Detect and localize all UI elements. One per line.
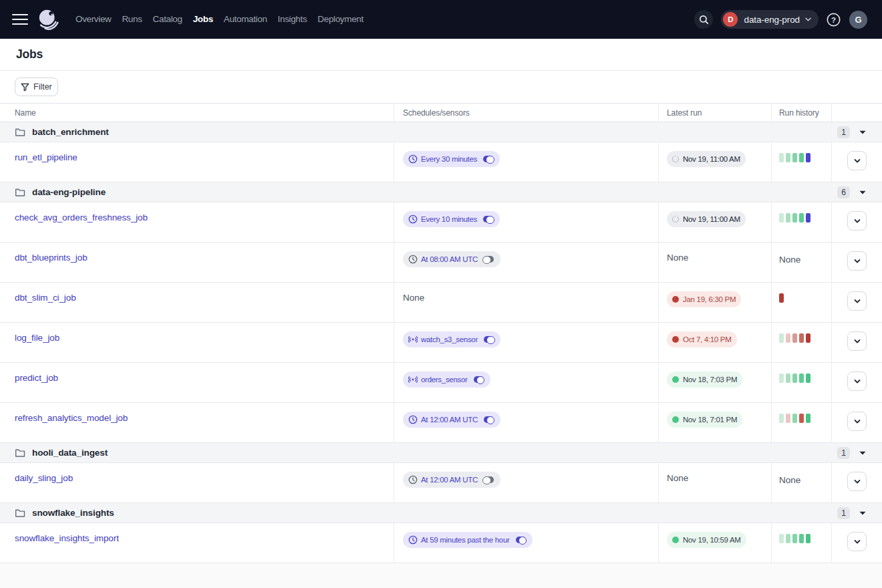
page-title: Jobs bbox=[0, 39, 882, 71]
group-batch_enrichment[interactable]: batch_enrichment 1 bbox=[0, 122, 882, 142]
job-daily_sling_job: daily_sling_job At 12:00 AM UTC None Non… bbox=[0, 463, 882, 503]
jobs-table: Name Schedules/sensors Latest run Run hi… bbox=[0, 103, 882, 563]
user-avatar[interactable]: G bbox=[849, 11, 867, 29]
nav-logo bbox=[37, 9, 59, 30]
group-data-eng-pipeline[interactable]: data-eng-pipeline 6 bbox=[0, 182, 882, 202]
group-hooli_data_ingest[interactable]: hooli_data_ingest 1 bbox=[0, 443, 882, 463]
nav-insights[interactable]: Insights bbox=[273, 0, 313, 39]
nav-automation[interactable]: Automation bbox=[218, 0, 273, 39]
nav-deployment[interactable]: Deployment bbox=[312, 0, 369, 39]
nav-right: D data-eng-prod ? G bbox=[694, 10, 867, 29]
job-check_avg_orders_freshness_job: check_avg_orders_freshness_job Every 10 … bbox=[0, 202, 882, 243]
nav-help[interactable]: ? bbox=[826, 12, 841, 27]
nav-search[interactable] bbox=[694, 10, 713, 29]
svg-text:?: ? bbox=[831, 15, 835, 23]
filter-bar: Filter bbox=[0, 71, 882, 103]
filter-button[interactable]: Filter bbox=[15, 78, 58, 96]
job-predict_job: predict_job orders_sensor Nov 18, 7:03 P… bbox=[0, 363, 882, 403]
table-header: Name Schedules/sensors Latest run Run hi… bbox=[0, 104, 882, 122]
nav-menu[interactable] bbox=[12, 11, 28, 27]
job-refresh_analytics_model_job: refresh_analytics_model_job At 12:00 AM … bbox=[0, 403, 882, 443]
nav-runs[interactable]: Runs bbox=[116, 0, 147, 39]
job-dbt_blueprints_job: dbt_blueprints_job At 08:00 AM UTC None … bbox=[0, 243, 882, 283]
job-log_file_job: log_file_job watch_s3_sensor Oct 7, 4:10… bbox=[0, 323, 882, 363]
nav-links: Overview Runs Catalog Jobs Automation In… bbox=[70, 0, 369, 39]
job-snowflake_insights_import: snowflake_insights_import At 59 minutes … bbox=[0, 523, 882, 563]
nav-overview[interactable]: Overview bbox=[70, 0, 116, 39]
group-snowflake_insights[interactable]: snowflake_insights 1 bbox=[0, 503, 882, 523]
nav-catalog[interactable]: Catalog bbox=[148, 0, 188, 39]
job-run_etl_pipeline: run_etl_pipeline Every 30 minutes Nov 19… bbox=[0, 142, 882, 182]
deployment-switcher[interactable]: D data-eng-prod bbox=[721, 10, 819, 29]
below-table bbox=[0, 563, 882, 588]
job-dbt_slim_ci_job: dbt_slim_ci_job None Jan 19, 6:30 PM bbox=[0, 283, 882, 323]
top-nav: Overview Runs Catalog Jobs Automation In… bbox=[0, 0, 882, 39]
nav-jobs[interactable]: Jobs bbox=[188, 0, 218, 39]
dagster-jobs-page: Overview Runs Catalog Jobs Automation In… bbox=[0, 0, 882, 588]
